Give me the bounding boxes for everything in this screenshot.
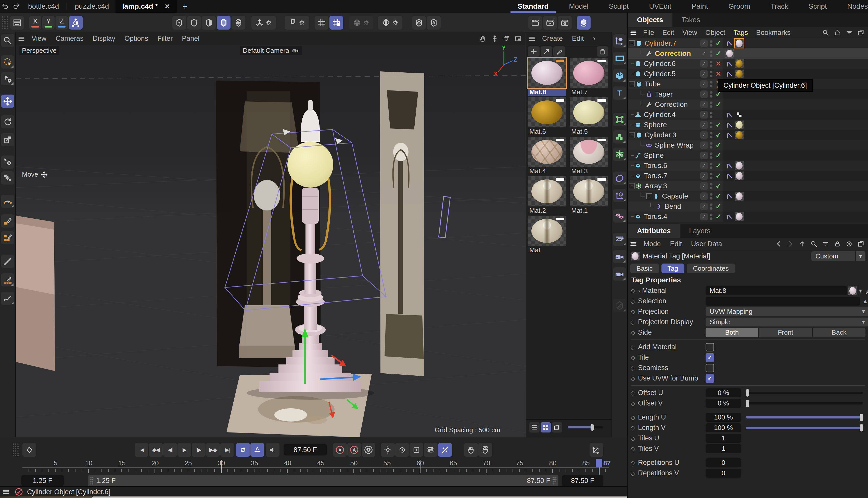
object-row-cylinder-5[interactable]: Cylinder.5∕✕ — [628, 69, 868, 79]
delete-material-button[interactable] — [597, 47, 608, 56]
material-thumbnail[interactable] — [528, 58, 566, 88]
material-pick-icon[interactable] — [864, 287, 868, 294]
slider-knob[interactable] — [746, 399, 749, 407]
material-menu-create[interactable]: Create — [537, 35, 567, 42]
render-view-button[interactable] — [528, 16, 542, 29]
section-tab-coordinates[interactable]: Coordinates — [687, 263, 735, 273]
live-selection-tool[interactable] — [1, 55, 14, 68]
material-thumbnail[interactable] — [528, 216, 566, 246]
value-field[interactable]: 0 % — [705, 399, 741, 408]
record-active-objects-button[interactable] — [333, 443, 347, 457]
animation-dot-icon[interactable]: ◇ — [628, 365, 638, 371]
expand-toggle[interactable]: − — [629, 183, 635, 189]
dolly-view-icon[interactable] — [489, 33, 500, 44]
pan-view-icon[interactable] — [477, 33, 489, 44]
visibility-dots[interactable] — [709, 100, 714, 109]
tweak-tool[interactable] — [1, 72, 14, 86]
tick-strip[interactable] — [23, 468, 609, 475]
value-field[interactable]: 0 % — [705, 389, 741, 397]
previous-key-button[interactable]: ◆◀ — [149, 443, 163, 457]
maximize-view-icon[interactable] — [513, 33, 524, 44]
animation-dot-icon[interactable]: ◇ — [628, 390, 638, 396]
list-view-button[interactable] — [529, 422, 540, 432]
visibility-dots[interactable] — [709, 69, 714, 79]
history-back-icon[interactable] — [773, 238, 785, 249]
layer-toggle[interactable]: ∕ — [700, 160, 708, 171]
enabled-state[interactable]: ✓ — [714, 130, 723, 140]
layer-toggle[interactable]: ∕ — [700, 120, 708, 130]
grid-view-button[interactable] — [541, 422, 551, 432]
close-tab-icon[interactable]: ✕ — [165, 2, 170, 11]
om-tab-takes[interactable]: Takes — [672, 13, 709, 27]
checkbox-tile[interactable]: ✓ — [705, 353, 714, 362]
constraint-group[interactable] — [613, 209, 626, 223]
enabled-state[interactable]: ✕ — [714, 69, 723, 79]
autokeying-button[interactable]: A — [347, 443, 361, 457]
animation-dot-icon[interactable]: ◇ — [628, 414, 638, 421]
history-forward-icon[interactable] — [785, 238, 796, 249]
layer-toggle[interactable]: ∕ — [700, 79, 708, 89]
enabled-state[interactable]: ✓ — [714, 49, 723, 58]
enabled-state[interactable]: ✓ — [714, 120, 723, 130]
material-link-thumb[interactable] — [848, 287, 857, 295]
viewport-menu-options[interactable]: Options — [120, 35, 153, 42]
quantize-button[interactable] — [329, 16, 343, 29]
object-row-sphere[interactable]: Sphere∕✓ — [628, 120, 868, 130]
viewport-menu-cameras[interactable]: Cameras — [51, 35, 88, 42]
attr-menu-edit[interactable]: Edit — [665, 240, 687, 248]
edit-group-disabled[interactable] — [613, 299, 626, 312]
material-item[interactable]: Mat.4 — [528, 137, 568, 175]
om-menu-file[interactable]: File — [639, 29, 658, 37]
value-field[interactable]: 100 % — [705, 423, 741, 432]
object-row-torus-7[interactable]: Torus.7∕✓ — [628, 171, 868, 181]
mouse-scrub-button[interactable] — [478, 443, 492, 457]
om-menu-view[interactable]: View — [678, 29, 701, 37]
redo-button[interactable] — [11, 1, 22, 12]
scene-floor-group[interactable] — [613, 233, 626, 246]
line-cut-tool[interactable] — [1, 273, 14, 287]
layer-toggle[interactable]: ∕ — [700, 100, 708, 109]
layer-toggle[interactable]: ∕ — [700, 191, 708, 201]
viewport-menu-display[interactable]: Display — [88, 35, 120, 42]
modeling-settings-button[interactable] — [349, 16, 373, 29]
value-field[interactable]: 0 — [705, 469, 741, 477]
keying-settings-button[interactable] — [362, 443, 375, 457]
object-label[interactable]: Capsule — [662, 192, 688, 200]
expand-toggle[interactable]: − — [629, 40, 635, 47]
expand-field-icon[interactable]: › — [638, 287, 640, 294]
mograph-cloner-group[interactable] — [613, 147, 626, 161]
snap-settings-button[interactable] — [285, 16, 309, 29]
spline-pen-tool[interactable] — [1, 195, 14, 208]
visibility-dots[interactable] — [709, 160, 714, 171]
deformer-group[interactable] — [613, 171, 626, 185]
spline-primitive-group[interactable] — [613, 52, 626, 65]
material-menu-more[interactable]: › — [588, 35, 600, 42]
phong-tag[interactable] — [725, 171, 734, 180]
value-field[interactable]: 100 % — [705, 413, 741, 422]
enabled-state[interactable] — [714, 109, 723, 120]
new-document-button[interactable]: + — [182, 1, 187, 12]
material-menu-icon[interactable] — [526, 33, 537, 44]
visibility-dots[interactable] — [709, 171, 714, 181]
animation-dot-icon[interactable]: ◇ — [628, 343, 638, 351]
current-frame-field[interactable]: 87.50 F — [284, 444, 327, 456]
material-tag[interactable] — [725, 49, 734, 58]
object-label[interactable]: Taper — [655, 90, 673, 99]
preset-dropdown[interactable]: Custom — [812, 251, 855, 261]
animation-dot-icon[interactable]: ◇ — [628, 354, 638, 361]
animation-dot-icon[interactable]: ◇ — [628, 435, 638, 442]
move-tool[interactable] — [1, 94, 14, 108]
attr-menu-user-data[interactable]: User Data — [686, 240, 727, 248]
value-field[interactable]: 1 — [705, 444, 741, 453]
material-item[interactable]: Mat.2 — [528, 176, 568, 214]
layout-item-groom[interactable]: Groom — [718, 0, 760, 13]
material-link-field[interactable]: Mat.8 — [705, 286, 847, 295]
toolbar-grip[interactable] — [1, 16, 8, 29]
lock-z-button[interactable]: Z — [55, 16, 68, 29]
phong-tag[interactable] — [725, 131, 734, 140]
animation-dot-icon[interactable]: ◇ — [628, 329, 638, 336]
layout-item-track[interactable]: Track — [760, 0, 799, 13]
points-mode-button[interactable] — [187, 16, 201, 29]
render-settings-button[interactable] — [558, 16, 572, 29]
om-menu-edit[interactable]: Edit — [658, 29, 678, 37]
